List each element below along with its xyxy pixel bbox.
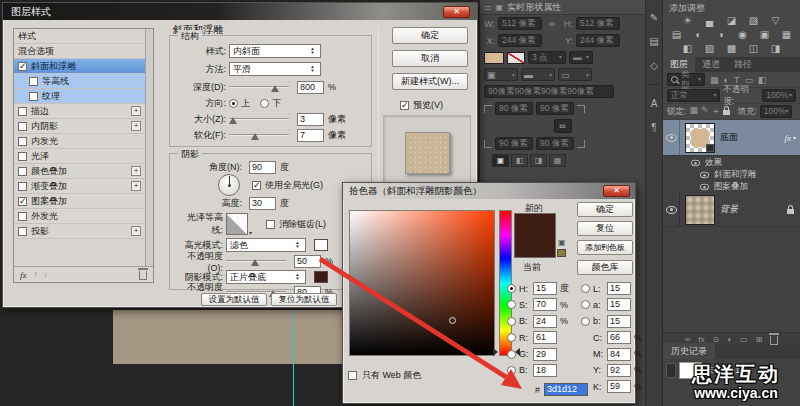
eye-icon[interactable] bbox=[700, 172, 709, 178]
set-default-button[interactable]: 设置为默认值 bbox=[201, 293, 267, 306]
radio-icon[interactable] bbox=[581, 284, 590, 293]
hex-input[interactable]: 3d1d12 bbox=[544, 383, 588, 396]
adjustment-icon[interactable]: ◨ bbox=[769, 43, 782, 54]
layer-row-background[interactable]: 背景 bbox=[663, 193, 800, 227]
stroke-option-dropdown[interactable]: ▣▾ bbox=[484, 68, 518, 81]
style-list-item[interactable]: 内阴影+ bbox=[14, 119, 145, 134]
value-input[interactable]: 84 bbox=[607, 348, 631, 361]
tab-paths[interactable]: 路径 bbox=[727, 56, 759, 72]
layer-thumbnail[interactable] bbox=[685, 123, 715, 153]
style-list-item[interactable]: 渐变叠加+ bbox=[14, 179, 145, 194]
color-field[interactable] bbox=[349, 210, 495, 356]
layer-thumbnail[interactable] bbox=[685, 195, 715, 225]
adjustment-icon[interactable]: ◧ bbox=[681, 43, 694, 54]
layer-filter-icon[interactable]: ▦ bbox=[710, 75, 719, 85]
value-input[interactable]: 61 bbox=[533, 331, 557, 344]
radio-icon[interactable] bbox=[507, 366, 516, 375]
blend-mode-dropdown[interactable]: 正常▾ bbox=[667, 89, 720, 102]
radius-br-field[interactable]: 90 像素 bbox=[536, 137, 574, 150]
radio-icon[interactable] bbox=[581, 317, 590, 326]
expand-plus-icon[interactable]: + bbox=[131, 226, 141, 236]
highlight-opacity-slider[interactable] bbox=[226, 256, 286, 267]
expand-plus-icon[interactable]: + bbox=[131, 166, 141, 176]
style-list-item[interactable]: 混合选项 bbox=[14, 44, 145, 59]
value-input[interactable]: 29 bbox=[533, 348, 557, 361]
radio-icon[interactable] bbox=[507, 350, 516, 359]
adjustment-icon[interactable]: ▣ bbox=[758, 29, 771, 40]
direction-up-radio[interactable] bbox=[229, 99, 238, 108]
eye-icon[interactable] bbox=[666, 134, 677, 142]
web-safe-cube-icon[interactable] bbox=[557, 249, 566, 257]
adjustment-icon[interactable]: ▽ bbox=[769, 15, 782, 26]
contour-arrow-icon[interactable]: ▾ bbox=[249, 229, 256, 236]
opacity-field[interactable]: 100%▾ bbox=[762, 89, 796, 102]
radius-bl-field[interactable]: 90 像素 bbox=[495, 137, 533, 150]
angle-dial[interactable] bbox=[218, 174, 240, 196]
expand-plus-icon[interactable]: + bbox=[131, 121, 141, 131]
eye-icon[interactable] bbox=[691, 159, 700, 165]
value-input[interactable]: 59 bbox=[607, 380, 631, 393]
layer-name[interactable]: 底面 bbox=[720, 131, 784, 144]
checkbox-icon[interactable] bbox=[18, 122, 27, 131]
styles-scrollbar[interactable] bbox=[145, 29, 153, 266]
checkbox-icon[interactable] bbox=[18, 137, 27, 146]
style-list-item[interactable]: 斜面和浮雕 bbox=[14, 59, 145, 74]
layer-effect-row[interactable]: 效果 bbox=[663, 156, 800, 169]
value-input[interactable]: 18 bbox=[533, 364, 557, 377]
adjustment-icon[interactable]: ▦ bbox=[780, 29, 793, 40]
reorder-arrow-icon[interactable]: ↓ bbox=[44, 270, 48, 279]
angle-field[interactable]: 90 bbox=[249, 161, 276, 174]
add-to-swatches-button[interactable]: 添加到色板 bbox=[577, 240, 633, 255]
width-field[interactable]: 512 像素 bbox=[498, 17, 542, 30]
fill-color-swatch[interactable] bbox=[484, 52, 504, 64]
pathfinder-icon[interactable]: ◨ bbox=[530, 154, 547, 167]
height-field[interactable]: 512 像素 bbox=[576, 17, 620, 30]
value-input[interactable]: 15 bbox=[607, 298, 631, 311]
radio-icon[interactable] bbox=[507, 333, 516, 342]
direction-down-radio[interactable] bbox=[260, 99, 269, 108]
expand-plus-icon[interactable]: + bbox=[131, 181, 141, 191]
layers-action-icon[interactable]: ◐ bbox=[727, 335, 732, 344]
visibility-cell[interactable] bbox=[663, 120, 680, 155]
radius-tl-field[interactable]: 90 像素 bbox=[495, 102, 533, 115]
radio-icon[interactable] bbox=[507, 284, 516, 293]
gloss-contour-thumbnail[interactable] bbox=[226, 213, 248, 235]
gamut-warning-icon[interactable]: ▣ bbox=[558, 238, 566, 247]
checkbox-icon[interactable] bbox=[18, 212, 27, 221]
checkbox-icon[interactable] bbox=[18, 227, 27, 236]
checkbox-icon[interactable] bbox=[18, 107, 27, 116]
style-list-item[interactable]: 颜色叠加+ bbox=[14, 164, 145, 179]
style-list-item[interactable]: 等高线 bbox=[14, 74, 145, 89]
value-input[interactable]: 92 bbox=[607, 364, 631, 377]
cancel-button[interactable]: 取消 bbox=[392, 50, 468, 67]
shadow-color-swatch[interactable] bbox=[314, 271, 328, 283]
highlight-opacity-field[interactable]: 50 bbox=[294, 255, 321, 268]
stroke-option-dropdown[interactable]: ▬▾ bbox=[521, 68, 555, 81]
style-list-item[interactable]: 描边+ bbox=[14, 104, 145, 119]
color-libraries-button[interactable]: 颜色库 bbox=[577, 260, 633, 275]
layer-effect-row[interactable]: 斜面和浮雕 bbox=[663, 169, 800, 181]
shape-props-icon[interactable]: ▭ bbox=[484, 3, 492, 12]
x-field[interactable]: 244 像素 bbox=[498, 34, 542, 47]
style-list-item[interactable]: 光泽 bbox=[14, 149, 145, 164]
pathfinder-icon[interactable]: ▣ bbox=[492, 154, 509, 167]
layer-row-bottom-face[interactable]: 底面 fx ▾ bbox=[663, 120, 800, 156]
checkbox-icon[interactable] bbox=[18, 152, 27, 161]
delete-effect-icon[interactable] bbox=[139, 271, 147, 280]
value-input[interactable]: 70 bbox=[533, 298, 557, 311]
eye-icon[interactable] bbox=[700, 184, 709, 190]
delete-layer-icon[interactable] bbox=[770, 336, 778, 345]
radius-tr-field[interactable]: 90 像素 bbox=[536, 102, 574, 115]
new-style-button[interactable]: 新建样式(W)... bbox=[392, 73, 468, 90]
eye-icon[interactable] bbox=[666, 206, 677, 214]
mask-props-icon[interactable]: ▣ bbox=[496, 3, 504, 12]
style-list-item[interactable]: 纹理 bbox=[14, 89, 145, 104]
size-field[interactable]: 3 bbox=[297, 113, 324, 126]
picker-ok-button[interactable]: 确定 bbox=[577, 202, 633, 217]
tab-history[interactable]: 历史记录 bbox=[663, 343, 715, 359]
adjustment-icon[interactable]: ▩ bbox=[725, 43, 738, 54]
value-input[interactable]: 15 bbox=[607, 282, 631, 295]
layers-action-icon[interactable]: ⊞ bbox=[756, 335, 763, 344]
adjustment-icon[interactable]: ◫ bbox=[747, 43, 760, 54]
fill-field[interactable]: 100%▾ bbox=[760, 105, 792, 118]
